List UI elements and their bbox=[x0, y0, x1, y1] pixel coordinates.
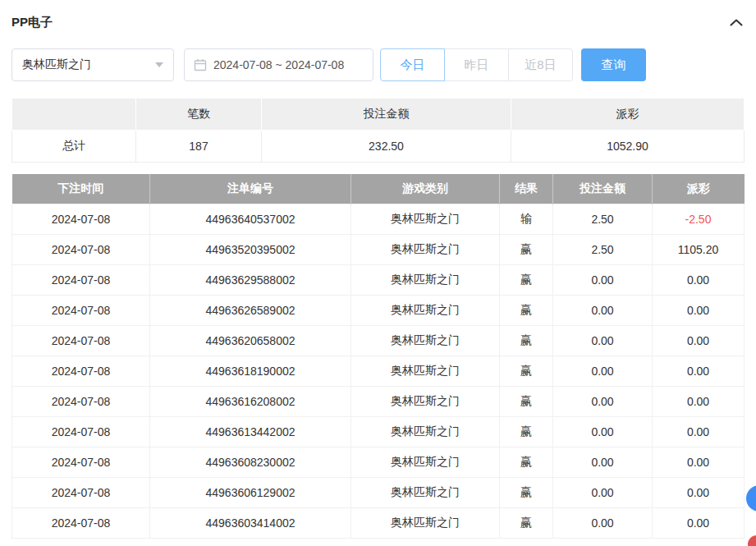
cell-game-type: 奥林匹斯之门 bbox=[351, 507, 500, 538]
cell-payout: 0.00 bbox=[653, 386, 745, 416]
cell-bet-time: 2024-07-08 bbox=[12, 447, 150, 477]
cell-game-type: 奥林匹斯之门 bbox=[351, 356, 500, 386]
cell-result: 输 bbox=[500, 204, 553, 234]
filter-row: 奥林匹斯之门 2024-07-08 ~ 2024-07-08 今日 昨日 近8日… bbox=[11, 48, 745, 81]
cell-order-id: 44963618190002 bbox=[150, 356, 351, 386]
summary-header-count: 笔数 bbox=[136, 99, 262, 131]
cell-bet-time: 2024-07-08 bbox=[12, 356, 150, 386]
table-row: 2024-07-0844963608230002奥林匹斯之门赢0.000.00 bbox=[12, 447, 745, 477]
table-row: 2024-07-0844963613442002奥林匹斯之门赢0.000.00 bbox=[12, 416, 745, 447]
date-range-input[interactable]: 2024-07-08 ~ 2024-07-08 bbox=[184, 48, 373, 81]
cell-payout: 0.00 bbox=[653, 507, 745, 538]
summary-header-empty bbox=[12, 99, 136, 131]
table-row: 2024-07-0844963620658002奥林匹斯之门赢0.000.00 bbox=[12, 325, 745, 356]
cell-bet-amount: 0.00 bbox=[553, 416, 653, 447]
cell-result: 赢 bbox=[500, 234, 553, 264]
header-bet-time: 下注时间 bbox=[12, 174, 150, 204]
panel-header: PP电子 bbox=[11, 0, 745, 48]
cell-game-type: 奥林匹斯之门 bbox=[351, 477, 500, 507]
cell-payout: -2.50 bbox=[653, 204, 745, 234]
cell-payout: 1105.20 bbox=[653, 234, 745, 264]
cell-bet-time: 2024-07-08 bbox=[12, 295, 150, 325]
cell-bet-amount: 0.00 bbox=[553, 477, 653, 507]
quick-button-yesterday[interactable]: 昨日 bbox=[444, 48, 509, 81]
cell-bet-amount: 0.00 bbox=[553, 356, 653, 386]
cell-bet-time: 2024-07-08 bbox=[12, 477, 150, 507]
cell-payout: 0.00 bbox=[653, 416, 745, 447]
cell-result: 赢 bbox=[500, 325, 553, 356]
cell-order-id: 44963613442002 bbox=[150, 416, 351, 447]
summary-header-row: 笔数 投注金额 派彩 bbox=[12, 99, 745, 131]
cell-game-type: 奥林匹斯之门 bbox=[351, 386, 500, 416]
cell-payout: 0.00 bbox=[653, 325, 745, 356]
cell-order-id: 44963520395002 bbox=[150, 234, 351, 264]
search-button[interactable]: 查询 bbox=[581, 48, 646, 81]
header-order-id: 注单编号 bbox=[150, 174, 351, 204]
cell-order-id: 44963606129002 bbox=[150, 477, 351, 507]
summary-table: 笔数 投注金额 派彩 总计 187 232.50 1052.90 bbox=[11, 98, 745, 163]
cell-bet-amount: 0.00 bbox=[553, 325, 653, 356]
cell-bet-time: 2024-07-08 bbox=[12, 416, 150, 447]
table-row: 2024-07-0844963629588002奥林匹斯之门赢0.000.00 bbox=[12, 264, 745, 295]
cell-bet-amount: 0.00 bbox=[553, 264, 653, 295]
bet-records-table: 下注时间 注单编号 游戏类别 结果 投注金额 派彩 2024-07-084496… bbox=[11, 174, 745, 539]
cell-payout: 0.00 bbox=[653, 295, 745, 325]
cell-result: 赢 bbox=[500, 477, 553, 507]
cell-bet-time: 2024-07-08 bbox=[12, 204, 150, 234]
cell-game-type: 奥林匹斯之门 bbox=[351, 416, 500, 447]
cell-order-id: 44963620658002 bbox=[150, 325, 351, 356]
table-row: 2024-07-0844963606129002奥林匹斯之门赢0.000.00 bbox=[12, 477, 745, 507]
cell-order-id: 44963603414002 bbox=[150, 507, 351, 538]
quick-range-group: 今日 昨日 近8日 bbox=[380, 48, 573, 81]
cell-result: 赢 bbox=[500, 264, 553, 295]
cell-payout: 0.00 bbox=[653, 356, 745, 386]
cell-game-type: 奥林匹斯之门 bbox=[351, 325, 500, 356]
date-range-value: 2024-07-08 ~ 2024-07-08 bbox=[213, 58, 344, 71]
cell-bet-amount: 2.50 bbox=[553, 234, 653, 264]
header-result: 结果 bbox=[500, 174, 553, 204]
cell-bet-amount: 0.00 bbox=[553, 295, 653, 325]
collapse-chevron-up-icon[interactable] bbox=[730, 19, 743, 26]
bet-table-body: 2024-07-0844963640537002奥林匹斯之门输2.50-2.50… bbox=[12, 204, 745, 538]
table-row: 2024-07-0844963640537002奥林匹斯之门输2.50-2.50 bbox=[12, 204, 745, 234]
chevron-down-icon bbox=[155, 62, 163, 67]
table-row: 2024-07-0844963618190002奥林匹斯之门赢0.000.00 bbox=[12, 356, 745, 386]
cell-payout: 0.00 bbox=[653, 477, 745, 507]
cell-bet-time: 2024-07-08 bbox=[12, 325, 150, 356]
cell-result: 赢 bbox=[500, 295, 553, 325]
cell-result: 赢 bbox=[500, 416, 553, 447]
calendar-icon bbox=[194, 58, 207, 71]
bet-table-header-row: 下注时间 注单编号 游戏类别 结果 投注金额 派彩 bbox=[12, 174, 745, 204]
header-payout: 派彩 bbox=[653, 174, 745, 204]
quick-button-today[interactable]: 今日 bbox=[380, 48, 445, 81]
cell-result: 赢 bbox=[500, 507, 553, 538]
table-row: 2024-07-0844963626589002奥林匹斯之门赢0.000.00 bbox=[12, 295, 745, 325]
summary-header-bet-amount: 投注金额 bbox=[262, 99, 511, 131]
summary-total-label: 总计 bbox=[12, 131, 136, 163]
summary-total-row: 总计 187 232.50 1052.90 bbox=[12, 131, 745, 163]
cell-bet-amount: 0.00 bbox=[553, 386, 653, 416]
cell-result: 赢 bbox=[500, 386, 553, 416]
header-game-type: 游戏类别 bbox=[351, 174, 500, 204]
cell-game-type: 奥林匹斯之门 bbox=[351, 234, 500, 264]
summary-total-payout: 1052.90 bbox=[511, 131, 745, 163]
table-row: 2024-07-0844963520395002奥林匹斯之门赢2.501105.… bbox=[12, 234, 745, 264]
cell-game-type: 奥林匹斯之门 bbox=[351, 295, 500, 325]
cell-order-id: 44963608230002 bbox=[150, 447, 351, 477]
cell-bet-time: 2024-07-08 bbox=[12, 386, 150, 416]
header-bet-amount: 投注金额 bbox=[553, 174, 653, 204]
cell-game-type: 奥林匹斯之门 bbox=[351, 264, 500, 295]
cell-payout: 0.00 bbox=[653, 447, 745, 477]
cell-bet-amount: 0.00 bbox=[553, 507, 653, 538]
cell-order-id: 44963629588002 bbox=[150, 264, 351, 295]
cell-payout: 0.00 bbox=[653, 264, 745, 295]
summary-total-count: 187 bbox=[136, 131, 262, 163]
table-row: 2024-07-0844963603414002奥林匹斯之门赢0.000.00 bbox=[12, 507, 745, 538]
game-select-value: 奥林匹斯之门 bbox=[22, 57, 91, 72]
pp-games-panel: PP电子 奥林匹斯之门 2024-07-08 ~ 2024-07-08 今日 昨… bbox=[0, 0, 756, 539]
quick-button-last8days[interactable]: 近8日 bbox=[508, 48, 573, 81]
table-row: 2024-07-0844963616208002奥林匹斯之门赢0.000.00 bbox=[12, 386, 745, 416]
game-select[interactable]: 奥林匹斯之门 bbox=[11, 48, 174, 81]
cell-order-id: 44963626589002 bbox=[150, 295, 351, 325]
summary-total-bet: 232.50 bbox=[262, 131, 511, 163]
